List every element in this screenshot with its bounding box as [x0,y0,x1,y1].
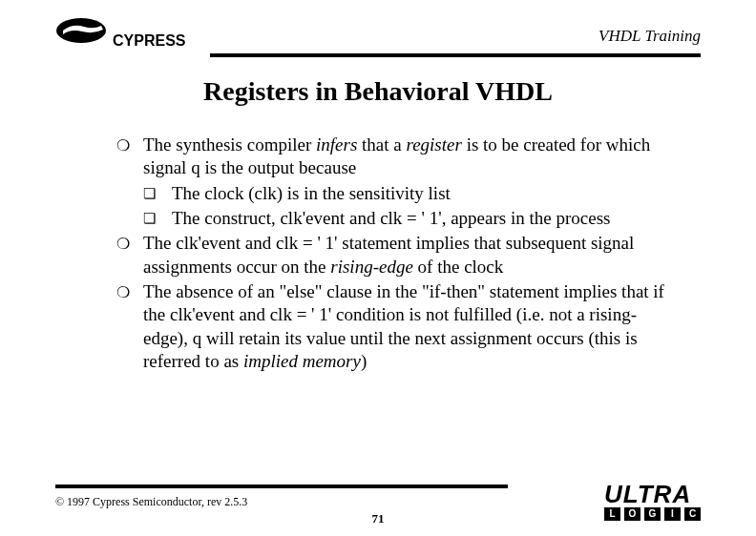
sub-bullet-2-text: The construct, clk'event and clk = ' 1',… [172,207,610,230]
ultra-box-c: C [684,507,701,521]
circle-bullet-icon: ❍ [116,134,143,180]
ultra-box-l: L [604,507,620,521]
header-rule [210,53,701,57]
bullet-3-text: The absence of an "else" clause in the "… [143,280,670,373]
square-bullet-icon: ❏ [143,207,172,230]
brand-text: CYPRESS [113,32,186,49]
copyright: © 1997 Cypress Semiconductor, rev 2.5.3 [55,495,247,509]
square-bullet-icon: ❏ [143,182,172,205]
header-title: VHDL Training [598,27,701,46]
slide-title: Registers in Behavioral VHDL [0,76,756,107]
circle-bullet-icon: ❍ [116,280,143,373]
ultra-boxes: L O G I C [604,507,701,521]
cypress-logo: CYPRESS [55,17,208,55]
ultra-box-o: O [624,507,640,521]
ultra-logo: ULTRA L O G I C [604,484,701,521]
ultra-box-g: G [644,507,661,521]
bullet-3: ❍ The absence of an "else" clause in the… [116,280,670,373]
sub-bullet-1-text: The clock (clk) is in the sensitivity li… [172,182,451,205]
circle-bullet-icon: ❍ [116,232,143,278]
sub-bullet-1: ❏ The clock (clk) is in the sensitivity … [143,182,670,205]
ultra-box-i: I [664,507,681,521]
bullet-1-text: The synthesis compiler infers that a reg… [143,134,670,180]
sub-bullet-2: ❏ The construct, clk'event and clk = ' 1… [143,207,670,230]
bullet-2-text: The clk'event and clk = ' 1' statement i… [143,232,670,278]
footer-rule [55,484,508,488]
ultra-text: ULTRA [604,484,701,505]
bullet-1: ❍ The synthesis compiler infers that a r… [116,134,670,180]
sub-bullets: ❏ The clock (clk) is in the sensitivity … [143,182,670,231]
bullet-2: ❍ The clk'event and clk = ' 1' statement… [116,232,670,278]
content: ❍ The synthesis compiler infers that a r… [116,134,670,375]
